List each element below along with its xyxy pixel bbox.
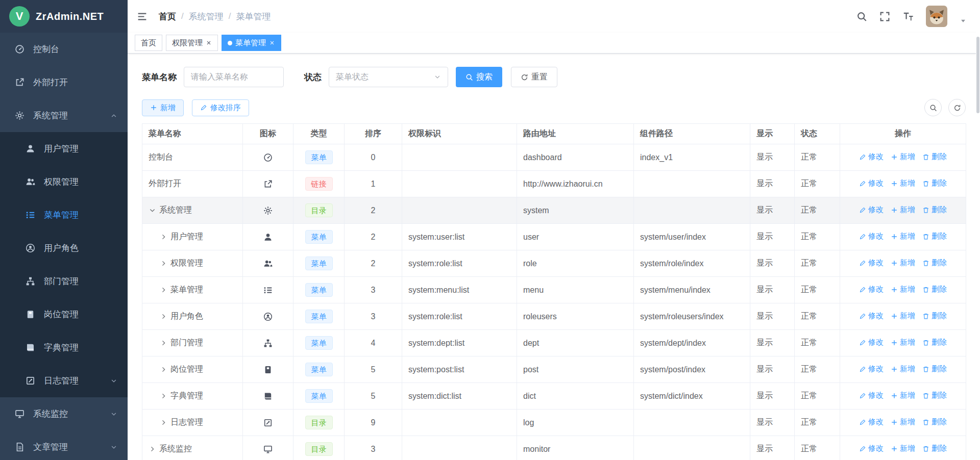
edit-button[interactable]: 修改 <box>859 444 884 453</box>
monitor-icon <box>263 445 273 454</box>
sidebar-item-log[interactable]: 日志管理 <box>0 364 128 397</box>
table-row-post: 岗位管理菜单5system:post:listpostsystem/post/i… <box>142 356 966 383</box>
row-menu-name: 控制台 <box>149 152 173 163</box>
sidebar-item-role[interactable]: 权限管理 <box>0 165 128 198</box>
sidebar-item-label: 外部打开 <box>33 76 68 88</box>
add-row-button[interactable]: 新增 <box>891 444 915 453</box>
status-select[interactable]: 菜单状态 <box>329 67 448 87</box>
avatar[interactable] <box>926 6 947 27</box>
sidebar-item-system[interactable]: 系统管理 <box>0 99 128 132</box>
row-expand-icon[interactable] <box>160 366 167 373</box>
tab-菜单管理[interactable]: 菜单管理 <box>222 35 281 51</box>
delete-button[interactable]: 删除 <box>922 232 947 241</box>
hamburger-icon[interactable] <box>137 11 148 22</box>
search-button-label: 搜索 <box>476 72 493 83</box>
row-menu-name: 部门管理 <box>170 338 203 348</box>
edit-button[interactable]: 修改 <box>859 338 884 347</box>
refresh-button[interactable] <box>948 99 966 116</box>
delete-button[interactable]: 删除 <box>922 364 947 374</box>
add-row-button[interactable]: 新增 <box>891 391 915 400</box>
tab-首页[interactable]: 首页 <box>135 35 162 51</box>
breadcrumb-item[interactable]: 首页 <box>159 11 176 22</box>
row-status: 正常 <box>795 250 840 277</box>
badge-icon <box>263 365 273 374</box>
delete-button[interactable]: 删除 <box>922 444 947 453</box>
add-row-button[interactable]: 新增 <box>891 178 915 188</box>
tab-close-icon[interactable] <box>269 40 275 46</box>
add-button[interactable]: 新增 <box>142 99 184 116</box>
sidebar-item-menu[interactable]: 菜单管理 <box>0 198 128 232</box>
search-button[interactable]: 搜索 <box>456 67 502 87</box>
header-search-icon[interactable] <box>856 11 867 22</box>
sidebar-item-external[interactable]: 外部打开 <box>0 66 128 99</box>
fullscreen-icon[interactable] <box>879 11 890 22</box>
font-size-icon[interactable] <box>902 11 914 22</box>
user-menu-caret-icon[interactable] <box>960 17 967 24</box>
menu-name-input[interactable]: 请输入菜单名称 <box>184 67 284 87</box>
chevron-down-icon <box>110 377 117 385</box>
add-row-button[interactable]: 新增 <box>891 338 915 347</box>
row-expand-icon[interactable] <box>160 419 167 426</box>
delete-button[interactable]: 删除 <box>922 178 947 188</box>
tab-close-icon[interactable] <box>206 40 212 46</box>
toggle-search-button[interactable] <box>924 99 942 116</box>
page-scrollbar[interactable] <box>976 0 980 460</box>
sidebar-item-article[interactable]: 文章管理 <box>0 430 128 460</box>
add-row-button[interactable]: 新增 <box>891 364 915 374</box>
sidebar-item-roleusers[interactable]: 用户角色 <box>0 232 128 265</box>
row-expand-icon[interactable] <box>160 313 167 320</box>
row-perm <box>402 197 517 224</box>
delete-button[interactable]: 删除 <box>922 285 947 294</box>
delete-button[interactable]: 删除 <box>922 417 947 427</box>
edit-button[interactable]: 修改 <box>859 258 884 268</box>
row-expand-icon[interactable] <box>160 286 167 294</box>
sidebar-item-user[interactable]: 用户管理 <box>0 132 128 165</box>
add-row-button[interactable]: 新增 <box>891 232 915 241</box>
table-row-menu: 菜单管理菜单3system:menu:listmenusystem/menu/i… <box>142 277 966 303</box>
delete-button[interactable]: 删除 <box>922 338 947 347</box>
main-area: 首页/系统管理/菜单管理 首页权限管理菜单管理 菜单名称 请输入菜单名称 状态 … <box>128 0 980 460</box>
edit-button[interactable]: 修改 <box>859 232 884 241</box>
delete-button[interactable]: 删除 <box>922 205 947 215</box>
chevron-right-icon <box>160 366 167 373</box>
add-row-button[interactable]: 新增 <box>891 311 915 321</box>
reset-button[interactable]: 重置 <box>511 67 557 87</box>
tab-权限管理[interactable]: 权限管理 <box>166 35 218 51</box>
delete-button[interactable]: 删除 <box>922 152 947 162</box>
add-row-button[interactable]: 新增 <box>891 258 915 268</box>
menu-name-placeholder: 请输入菜单名称 <box>191 72 248 83</box>
edit-button[interactable]: 修改 <box>859 152 884 162</box>
delete-button[interactable]: 删除 <box>922 391 947 400</box>
delete-button[interactable]: 删除 <box>922 311 947 321</box>
delete-button[interactable]: 删除 <box>922 258 947 268</box>
row-expand-icon[interactable] <box>160 339 167 347</box>
search-icon <box>929 104 937 112</box>
edit-button[interactable]: 修改 <box>859 391 884 400</box>
edit-button[interactable]: 修改 <box>859 178 884 188</box>
plus-icon <box>891 260 898 267</box>
row-expand-icon[interactable] <box>160 260 167 267</box>
sidebar-item-dept[interactable]: 部门管理 <box>0 265 128 298</box>
sidebar-item-dict[interactable]: 字典管理 <box>0 331 128 364</box>
list-icon <box>26 210 35 220</box>
tab-label: 菜单管理 <box>235 38 266 48</box>
edit-button[interactable]: 修改 <box>859 311 884 321</box>
edit-button[interactable]: 修改 <box>859 285 884 294</box>
scrollbar-thumb[interactable] <box>976 37 979 113</box>
sidebar-item-dashboard[interactable]: 控制台 <box>0 33 128 66</box>
edit-button[interactable]: 修改 <box>859 364 884 374</box>
row-expand-icon[interactable] <box>149 445 156 453</box>
add-row-button[interactable]: 新增 <box>891 152 915 162</box>
sort-button[interactable]: 修改排序 <box>192 99 249 116</box>
edit-button[interactable]: 修改 <box>859 417 884 427</box>
edit-button[interactable]: 修改 <box>859 205 884 215</box>
sidebar-item-monitor[interactable]: 系统监控 <box>0 397 128 430</box>
row-expand-icon[interactable] <box>160 233 167 241</box>
add-row-button[interactable]: 新增 <box>891 285 915 294</box>
row-expand-icon[interactable] <box>160 392 167 400</box>
sidebar-item-post[interactable]: 岗位管理 <box>0 298 128 331</box>
add-row-button[interactable]: 新增 <box>891 417 915 427</box>
add-row-button[interactable]: 新增 <box>891 205 915 215</box>
row-expand-icon[interactable] <box>149 207 156 214</box>
tab-label: 权限管理 <box>172 38 203 48</box>
